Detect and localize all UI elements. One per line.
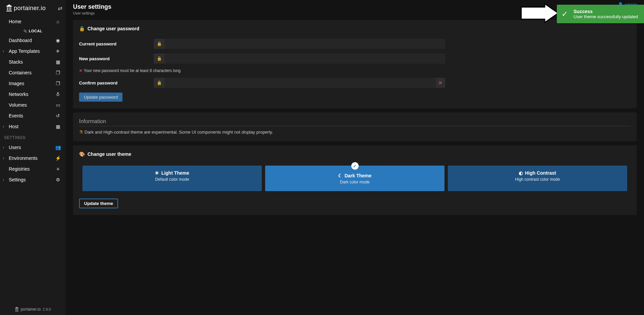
clone-icon: ❐ <box>55 81 61 86</box>
chevron-right-icon: › <box>3 156 4 161</box>
sidebar-item-app-templates[interactable]: › App Templates ✈ <box>0 46 66 57</box>
update-password-button[interactable]: Update password <box>79 93 122 102</box>
sidebar-item-users[interactable]: › Users 👥 <box>0 142 66 153</box>
check-circle-icon: ✓ <box>351 162 359 170</box>
annotation-arrow <box>520 4 560 23</box>
information-panel: Information ⚗Dark and High-contrast them… <box>73 112 637 141</box>
success-toast[interactable]: ✓ Success User theme successfully update… <box>557 5 644 23</box>
lock-icon: 🔒 <box>154 78 165 88</box>
main-content: User settings User settings 👤 admin my a… <box>66 0 644 315</box>
sidebar-item-dashboard[interactable]: Dashboard ◉ <box>0 35 66 46</box>
flask-icon: ⚗ <box>79 130 83 135</box>
check-icon: ✓ <box>562 10 568 19</box>
lock-icon: 🔒 <box>154 39 165 49</box>
th-icon: ▦ <box>55 124 61 129</box>
toast-title: Success <box>574 9 638 14</box>
new-password-label: New password <box>79 56 154 61</box>
database-icon: ≡ <box>55 166 61 172</box>
sidebar-item-containers[interactable]: Containers ❒ <box>0 67 66 78</box>
sidebar-item-registries[interactable]: Registries ≡ <box>0 164 66 174</box>
current-password-input[interactable] <box>165 39 445 49</box>
portainer-logo-icon <box>15 307 19 312</box>
times-icon: ✕ <box>79 68 82 73</box>
footer-brand: portainer.io <box>21 307 41 312</box>
sidebar-item-environments[interactable]: › Environments ⚡ <box>0 153 66 164</box>
new-password-input[interactable] <box>165 54 445 64</box>
cogs-icon: ⚙ <box>55 177 61 182</box>
hdd-icon: ▭ <box>55 102 61 108</box>
plug-icon: 🔌 <box>23 29 28 33</box>
moon-icon: ☾ <box>338 173 343 178</box>
sidebar-item-stacks[interactable]: Stacks ▦ <box>0 57 66 67</box>
new-password-row: New password 🔒 <box>79 54 631 64</box>
home-icon: ⌂ <box>55 19 61 24</box>
theme-options: ☀Light Theme Default color mode ✓ ☾Dark … <box>82 166 627 191</box>
theme-option-dark[interactable]: ✓ ☾Dark Theme Dark color mode <box>265 166 444 191</box>
password-validation: ✕Your new password must be at least 8 ch… <box>79 68 631 73</box>
current-password-label: Current password <box>79 41 154 46</box>
chevron-right-icon: › <box>3 124 4 129</box>
brand-name: portainer.io <box>14 5 46 12</box>
logo-row: portainer.io ⇄ <box>0 0 66 16</box>
toast-message: User theme successfully updated <box>574 14 638 19</box>
chevron-right-icon: › <box>3 145 4 150</box>
change-password-panel: 🔒 Change user password Current password … <box>73 20 637 108</box>
history-icon: ↺ <box>55 113 61 118</box>
theme-option-high-contrast[interactable]: ◐High Contrast High contrast color mode <box>448 166 627 191</box>
palette-icon: 🎨 <box>79 151 85 157</box>
sidebar-item-home[interactable]: Home ⌂ <box>0 16 66 27</box>
rocket-icon: ✈ <box>55 48 61 54</box>
sidebar-toggle-icon[interactable]: ⇄ <box>58 5 62 11</box>
information-heading: Information <box>79 118 631 126</box>
times-icon: ✕ <box>436 78 445 88</box>
sidebar-item-settings[interactable]: › Settings ⚙ <box>0 174 66 185</box>
portainer-logo-icon <box>6 4 12 12</box>
lock-icon: 🔒 <box>79 26 85 31</box>
th-list-icon: ▦ <box>55 59 61 65</box>
lock-icon: 🔒 <box>154 54 165 64</box>
sidebar-item-volumes[interactable]: Volumes ▭ <box>0 100 66 110</box>
sun-icon: ☀ <box>155 170 159 176</box>
current-password-row: Current password 🔒 <box>79 39 631 49</box>
sidebar-item-networks[interactable]: Networks ♁ <box>0 89 66 100</box>
sitemap-icon: ♁ <box>55 92 61 97</box>
information-note: ⚗Dark and High-contrast theme are experi… <box>79 130 631 135</box>
update-theme-button[interactable]: Update theme <box>79 199 118 208</box>
users-icon: 👥 <box>55 145 61 150</box>
sidebar-item-images[interactable]: Images ❐ <box>0 78 66 89</box>
sidebar-settings-heading: SETTINGS <box>0 132 66 142</box>
sidebar-item-events[interactable]: Events ↺ <box>0 110 66 121</box>
tachometer-icon: ◉ <box>55 38 61 43</box>
panel-title-theme: 🎨 Change user theme <box>79 151 631 157</box>
chevron-right-icon: › <box>3 177 4 182</box>
brand-logo[interactable]: portainer.io <box>6 4 46 12</box>
footer-version: 2.9.0 <box>43 307 51 311</box>
sidebar-item-host[interactable]: › Host ▦ <box>0 121 66 132</box>
confirm-password-row: Confirm password 🔒 ✕ <box>79 78 631 88</box>
theme-option-light[interactable]: ☀Light Theme Default color mode <box>82 166 262 191</box>
sidebar: portainer.io ⇄ Home ⌂ 🔌LOCAL Dashboard ◉… <box>0 0 66 315</box>
confirm-password-label: Confirm password <box>79 80 154 85</box>
confirm-password-input[interactable] <box>165 78 436 88</box>
cubes-icon: ❒ <box>55 70 61 75</box>
plug-icon: ⚡ <box>55 155 61 161</box>
change-theme-panel: 🎨 Change user theme ☀Light Theme Default… <box>73 145 637 215</box>
sidebar-endpoint-label[interactable]: 🔌LOCAL <box>0 27 66 35</box>
chevron-right-icon: › <box>3 49 4 54</box>
adjust-icon: ◐ <box>519 170 523 176</box>
panel-title-password: 🔒 Change user password <box>79 26 631 31</box>
sidebar-footer: portainer.io 2.9.0 <box>0 307 66 312</box>
